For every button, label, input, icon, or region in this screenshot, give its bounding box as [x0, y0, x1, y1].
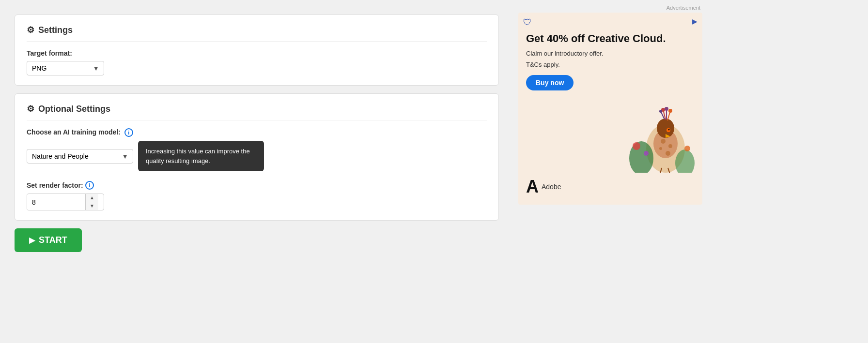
svg-point-22 [633, 142, 640, 150]
ad-subtext1: Claim our introductory offer. [526, 50, 695, 57]
ad-shield-icon: 🛡 [523, 17, 532, 28]
ad-headline: Get 40% off Creative Cloud. [526, 32, 695, 46]
ad-subtext2: T&Cs apply. [526, 61, 695, 68]
svg-point-9 [668, 129, 670, 130]
render-factor-info-icon[interactable]: i [85, 181, 94, 190]
ad-bird-illustration [622, 86, 695, 173]
svg-point-4 [659, 147, 662, 150]
adobe-brand-text: Adobe [542, 183, 561, 191]
model-tooltip: Increasing this value can improve the qu… [138, 141, 264, 171]
main-content: ⚙ Settings Target format: PNG JPEG WEBP … [0, 0, 513, 343]
optional-gear-icon: ⚙ [27, 104, 34, 114]
start-button-label: START [39, 235, 67, 245]
ad-arrow-icon: ▶ [692, 17, 698, 25]
svg-point-2 [661, 139, 666, 144]
svg-point-23 [684, 146, 690, 151]
ad-adobe-logo: A Adobe [526, 177, 695, 197]
render-factor-label-row: Set render factor: i [27, 181, 487, 190]
format-select[interactable]: PNG JPEG WEBP GIF BMP [27, 61, 104, 75]
optional-settings-title: ⚙ Optional Settings [27, 104, 487, 120]
render-factor-spinner: ▲ ▼ [85, 194, 98, 210]
settings-title-text: Settings [38, 25, 73, 35]
svg-point-17 [659, 110, 662, 113]
start-chevron-icon: ▶ [29, 236, 35, 245]
svg-point-15 [665, 107, 668, 111]
render-factor-input-wrapper: 8 ▲ ▼ [27, 194, 104, 210]
adobe-a-icon: A [526, 177, 539, 197]
settings-title: ⚙ Settings [27, 25, 487, 42]
model-info-icon[interactable]: i [124, 128, 133, 137]
model-select-wrapper: Nature and People Generic Portrait Lands… [27, 149, 133, 164]
gear-icon: ⚙ [27, 25, 34, 35]
render-factor-row: 8 ▲ ▼ [27, 194, 487, 210]
svg-point-24 [644, 151, 649, 156]
optional-settings-card: ⚙ Optional Settings Choose an AI trainin… [15, 93, 499, 221]
format-label: Target format: [27, 49, 487, 57]
model-select[interactable]: Nature and People Generic Portrait Lands… [27, 149, 133, 164]
svg-point-3 [668, 144, 672, 148]
render-factor-increment[interactable]: ▲ [86, 194, 98, 202]
model-field-label: Choose an AI training model: i [27, 128, 487, 137]
model-row: Nature and People Generic Portrait Lands… [27, 141, 487, 171]
model-tooltip-text: Increasing this value can improve the qu… [146, 148, 250, 164]
svg-point-16 [668, 109, 672, 113]
format-select-wrapper: PNG JPEG WEBP GIF BMP ▼ [27, 61, 104, 75]
ad-buy-button[interactable]: Buy now [526, 75, 574, 90]
render-factor-input[interactable]: 8 [27, 194, 85, 210]
render-factor-label: Set render factor: [27, 181, 83, 189]
optional-settings-title-text: Optional Settings [38, 104, 110, 114]
ad-label: Advertisement [666, 5, 702, 11]
ad-area: Advertisement 🛡 ▶ Get 40% off Creative C… [513, 0, 707, 343]
model-label-text: Choose an AI training model: [27, 128, 121, 136]
render-factor-decrement[interactable]: ▼ [86, 202, 98, 210]
ad-box: 🛡 ▶ Get 40% off Creative Cloud. Claim ou… [518, 13, 702, 205]
svg-point-5 [666, 151, 670, 156]
start-button[interactable]: ▶ START [15, 228, 82, 252]
settings-card: ⚙ Settings Target format: PNG JPEG WEBP … [15, 15, 499, 86]
